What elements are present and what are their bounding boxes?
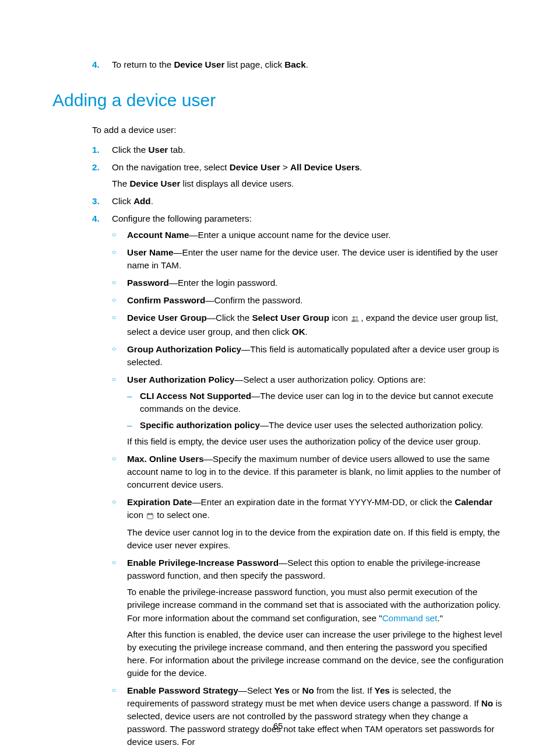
svg-rect-4 [148,513,149,514]
bold-text: Select User Group [252,313,329,323]
bullet-circle-icon: ○ [112,229,127,242]
bold-text: Expiration Date [127,497,192,507]
bold-text: No [481,698,493,708]
bullet-circle-icon: ○ [112,684,127,748]
param-item: ○Group Authorization Policy—This field i… [112,343,504,369]
page: 4. To return to the Device User list pag… [0,0,556,756]
step-item: 3.Click Add. [92,195,504,208]
step-body: On the navigation tree, select Device Us… [112,161,504,190]
bold-text: Enable Privilege-Increase Password [127,558,279,568]
page-number: 65 [0,720,556,733]
list-item-4-return: 4. To return to the Device User list pag… [92,58,504,71]
bold-text: Add [133,196,151,206]
step-number: 3. [92,195,112,208]
step-item: 1.Click the User tab. [92,144,504,156]
params-list: ○Account Name—Enter a unique account nam… [112,229,504,748]
bold-text: User Name [127,247,173,257]
svg-point-0 [353,316,355,318]
param-item: ○Device User Group—Click the Select User… [112,312,504,338]
param-body: Enable Password Strategy—Select Yes or N… [127,684,504,748]
bold-text: Group Authorization Policy [127,344,241,354]
svg-rect-5 [152,513,152,514]
param-body: Group Authorization Policy—This field is… [127,343,504,369]
bold-text: Calendar [455,497,492,507]
step-number: 4. [92,212,112,753]
bold-text: All Device Users [290,162,360,172]
list-text: To return to the Device User list page, … [112,58,308,71]
bold-text: CLI Access Not Supported [140,391,251,401]
step-number: 2. [92,161,112,190]
param-item: ○Expiration Date—Enter an expiration dat… [112,496,504,552]
param-body: Device User Group—Click the Select User … [127,312,504,338]
suboptions-list: –CLI Access Not Supported—The device use… [127,390,504,432]
param-body: Enable Privilege-Increase Password—Selec… [127,556,504,679]
user-group-icon [351,313,360,326]
dash-icon: – [127,390,140,415]
param-body: Max. Online Users—Specify the maximum nu… [127,453,504,491]
svg-point-1 [356,316,358,318]
bold-text: Device User [129,178,180,188]
step-item: 2.On the navigation tree, select Device … [92,161,504,190]
param-body: User Authorization Policy—Select a user … [127,373,504,448]
step-body: Click Add. [112,195,504,208]
bullet-circle-icon: ○ [112,556,127,679]
param-body: Confirm Password—Confirm the password. [127,294,504,307]
bold-text: Account Name [127,230,189,240]
step-body: Configure the following parameters:○Acco… [112,212,504,753]
param-item: ○User Name—Enter the user name for the d… [112,246,504,272]
param-body: Account Name—Enter a unique account name… [127,229,504,242]
bullet-circle-icon: ○ [112,453,127,491]
param-item: ○Enable Password Strategy—Select Yes or … [112,684,504,748]
bold-text: Password [127,278,169,288]
subopt-item: –CLI Access Not Supported—The device use… [127,390,504,415]
bold-text: Device User Group [127,313,207,323]
bullet-circle-icon: ○ [112,276,127,289]
bullet-circle-icon: ○ [112,312,127,338]
bullet-circle-icon: ○ [112,373,127,448]
dash-icon: – [127,419,140,432]
param-item: ○Account Name—Enter a unique account nam… [112,229,504,242]
subopt-item: –Specific authorization policy—The devic… [127,419,504,432]
bold-text: Confirm Password [127,295,205,305]
bold-text: Device User [230,162,280,172]
param-item: ○User Authorization Policy—Select a user… [112,373,504,448]
calendar-icon [147,510,153,523]
param-item: ○Confirm Password—Confirm the password. [112,294,504,307]
section-heading: Adding a device user [52,88,504,113]
bold-text: Enable Password Strategy [127,685,238,695]
bold-text: No [302,685,314,695]
bullet-circle-icon: ○ [112,246,127,272]
step-body: Click the User tab. [112,144,504,156]
steps-list: 1.Click the User tab.2.On the navigation… [92,144,504,753]
param-body: User Name—Enter the user name for the de… [127,246,504,272]
intro-text: To add a device user: [92,124,504,136]
param-item: ○Max. Online Users—Specify the maximum n… [112,453,504,491]
list-marker: 4. [92,58,112,71]
param-body: Password—Enter the login password. [127,276,504,289]
bold-text: Yes [375,685,390,695]
step-number: 1. [92,144,112,156]
link-command-set[interactable]: Command set [382,613,438,623]
param-item: ○Password—Enter the login password. [112,276,504,289]
bold-text: Max. Online Users [127,454,204,464]
bullet-circle-icon: ○ [112,496,127,552]
bold-text: Specific authorization policy [140,420,260,430]
param-item: ○Enable Privilege-Increase Password—Sele… [112,556,504,679]
param-body: Expiration Date—Enter an expiration date… [127,496,504,552]
bold-text: User Authorization Policy [127,374,234,384]
bullet-circle-icon: ○ [112,343,127,369]
bold-text: User [148,145,168,155]
bullet-circle-icon: ○ [112,294,127,307]
bold-text: OK [292,327,305,337]
bold-text: Yes [274,685,289,695]
step-item: 4.Configure the following parameters:○Ac… [92,212,504,753]
